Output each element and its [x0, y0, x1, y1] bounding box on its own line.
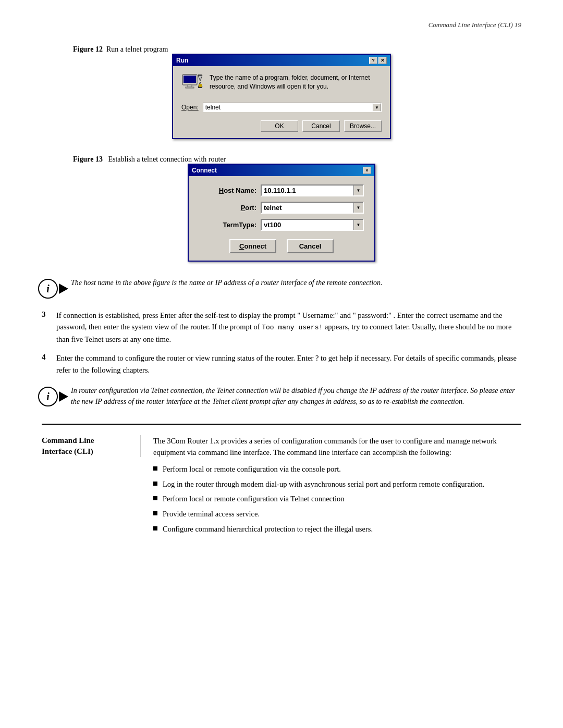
cli-bullet-list: Perform local or remote configuration vi… [153, 464, 521, 535]
cli-para1: The 3Com Router 1.x provides a series of… [153, 435, 521, 459]
note2-text: In router configuration via Telnet conne… [71, 385, 521, 407]
run-dialog-body: Type the name of a program, folder, docu… [173, 66, 390, 138]
page-container: Command Line Interface (CLI) 19 Figure 1… [0, 0, 563, 728]
figure13-label-row: Figure 13 Establish a telnet connection … [42, 155, 521, 164]
bullet-icon-5 [153, 526, 157, 530]
svg-rect-1 [183, 76, 196, 83]
step3-row: 3 If connection is established, press En… [42, 310, 521, 345]
connect-hostname-combo[interactable]: ▼ [261, 184, 364, 196]
run-dialog-icon [181, 73, 203, 95]
connect-dialog-close-btn[interactable]: × [363, 167, 371, 174]
connect-dialog-body: Host Name: ▼ Port: ▼ TermType: [189, 176, 374, 261]
page-header: Command Line Interface (CLI) 19 [42, 21, 521, 29]
run-dialog-ok-btn[interactable]: OK [261, 120, 298, 132]
connect-hostname-row: Host Name: ▼ [199, 184, 364, 196]
bullet-icon-2 [153, 482, 157, 486]
connect-dialog-title: Connect [192, 167, 217, 174]
run-dialog-titlebar: Run ? ✕ [173, 55, 390, 66]
run-dialog-combo-btn[interactable]: ▼ [373, 103, 381, 112]
figure12-label-row: Figure 12 Run a telnet program [42, 45, 521, 54]
run-dialog-titlebar-buttons: ? ✕ [369, 57, 387, 64]
note1-icon-circle: i [38, 279, 58, 299]
run-dialog-close-btn[interactable]: ✕ [378, 57, 387, 64]
connect-termtype-combo[interactable]: ▼ [261, 219, 364, 231]
cli-section: Command Line Interface (CLI) The 3Com Ro… [42, 425, 521, 539]
note1-icon-arrow [59, 283, 68, 294]
cli-bullet-5-text: Configure command hierarchical protectio… [163, 524, 373, 535]
svg-rect-3 [186, 87, 194, 88]
cli-bullet-5: Configure command hierarchical protectio… [153, 524, 521, 535]
cli-bullet-4-text: Provide terminal access service. [163, 509, 260, 520]
connect-port-row: Port: ▼ [199, 202, 364, 214]
connect-connect-btn[interactable]: Connect [229, 239, 276, 253]
figure13-label: Figure 13 Establish a telnet connection … [73, 155, 226, 163]
page-header-text: Command Line Interface (CLI) 19 [429, 21, 521, 29]
step4-row: 4 Enter the command to configure the rou… [42, 352, 521, 376]
run-dialog-cancel-btn[interactable]: Cancel [302, 120, 340, 132]
connect-dialog-buttons-row: Connect Cancel [199, 239, 364, 253]
connect-termtype-combo-btn[interactable]: ▼ [353, 220, 363, 230]
figure12-title: Run a telnet program [106, 45, 168, 53]
cli-bullet-2-text: Log in the router through modem dial-up … [163, 479, 484, 490]
bullet-icon-3 [153, 496, 157, 500]
connect-dialog: Connect × Host Name: ▼ Port: ▼ [188, 164, 375, 262]
figure12-label: Figure 12 Run a telnet program [73, 45, 168, 53]
run-dialog-info-row: Type the name of a program, folder, docu… [181, 73, 382, 95]
figure13-num: Figure 13 [73, 155, 103, 163]
run-dialog-info-text: Type the name of a program, folder, docu… [210, 73, 382, 91]
run-icon-svg [181, 73, 203, 95]
connect-port-label: Port: [199, 204, 256, 212]
cli-bullet-2: Log in the router through modem dial-up … [153, 479, 521, 490]
note1-icon: i [42, 277, 65, 300]
connect-port-combo[interactable]: ▼ [261, 202, 364, 214]
run-dialog-title: Run [176, 57, 188, 64]
cli-bullet-1: Perform local or remote configuration vi… [153, 464, 521, 475]
cli-bullet-4: Provide terminal access service. [153, 509, 521, 520]
figure12-container: Figure 12 Run a telnet program Run ? ✕ [42, 45, 521, 139]
note2-icon-arrow [59, 391, 68, 402]
connect-cancel-btn[interactable]: Cancel [287, 239, 334, 253]
svg-rect-8 [199, 84, 202, 87]
run-dialog-question-btn[interactable]: ? [369, 57, 377, 64]
run-dialog-open-input[interactable] [203, 103, 373, 112]
svg-rect-7 [198, 87, 202, 88]
run-dialog-input-combo[interactable]: ▼ [203, 103, 382, 112]
step3-text: If connection is established, press Ente… [56, 310, 521, 345]
connect-hostname-input[interactable] [262, 186, 353, 195]
connect-port-combo-btn[interactable]: ▼ [353, 203, 363, 213]
step4-number: 4 [42, 352, 56, 362]
connect-termtype-input[interactable] [262, 220, 353, 230]
connect-termtype-label: TermType: [199, 221, 256, 229]
run-dialog-buttons-row: OK Cancel Browse... [181, 120, 382, 132]
note2-row: i In router configuration via Telnet con… [42, 385, 521, 408]
cli-bullet-3-text: Perform local or remote configuration vi… [163, 493, 345, 505]
connect-termtype-row: TermType: ▼ [199, 219, 364, 231]
svg-rect-2 [188, 85, 192, 87]
connect-hostname-combo-btn[interactable]: ▼ [353, 186, 363, 195]
step4-text: Enter the command to configure the route… [56, 352, 521, 376]
svg-marker-5 [198, 76, 202, 81]
note1-text: The host name in the above figure is the… [71, 277, 521, 288]
connect-port-input[interactable] [262, 203, 353, 213]
step3-code: Too many users! [262, 324, 323, 331]
connect-dialog-titlebar: Connect × [189, 165, 374, 176]
run-dialog: Run ? ✕ [172, 54, 391, 139]
run-dialog-open-label: Open: [181, 104, 199, 111]
figure12-num: Figure 12 [73, 45, 103, 53]
figure13-title: Establish a telnet connection with route… [108, 155, 226, 163]
cli-bullet-3: Perform local or remote configuration vi… [153, 493, 521, 505]
figure13-container: Figure 13 Establish a telnet connection … [42, 155, 521, 262]
connect-hostname-label: Host Name: [199, 187, 256, 194]
note2-icon-circle: i [38, 387, 58, 406]
cli-bullet-1-text: Perform local or remote configuration vi… [163, 464, 341, 475]
note1-row: i The host name in the above figure is t… [42, 277, 521, 300]
cli-heading: Command Line Interface (CLI) [42, 435, 141, 457]
note2-icon: i [42, 385, 65, 408]
bullet-icon-1 [153, 466, 157, 471]
run-dialog-open-row: Open: ▼ [181, 103, 382, 112]
cli-content: The 3Com Router 1.x provides a series of… [153, 435, 521, 539]
run-dialog-browse-btn[interactable]: Browse... [344, 120, 382, 132]
step3-number: 3 [42, 310, 56, 319]
bullet-icon-4 [153, 511, 157, 515]
